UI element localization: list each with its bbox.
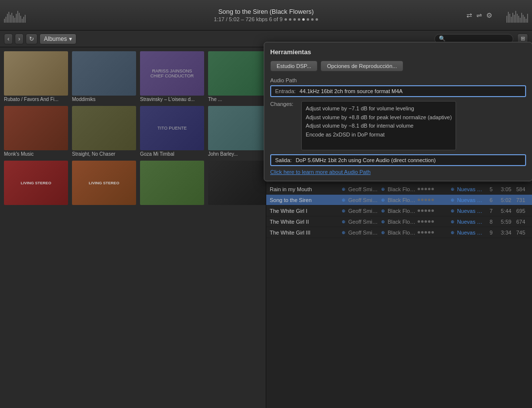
track-album-icon[interactable]: ⊕ <box>381 208 385 213</box>
album-thumb-2: RARISS JAINSONSCHIEF CONDUCTOR <box>140 51 204 96</box>
rating-dot[interactable] <box>418 220 420 223</box>
album-item-2[interactable]: RARISS JAINSONSCHIEF CONDUCTOR Stravinsk… <box>140 51 204 102</box>
track-genre-icon[interactable]: ⊕ <box>451 198 455 203</box>
track-genre-icon[interactable]: ⊕ <box>451 230 455 235</box>
rating-dot[interactable] <box>425 220 427 223</box>
album-item-3[interactable]: The ... <box>208 51 266 102</box>
album-thumb-8: LIVING STEREO <box>4 161 68 205</box>
rating-dot[interactable] <box>428 199 430 201</box>
top-bar: Song to the Siren (Black Flowers) 1:17 /… <box>0 0 532 31</box>
album-row-3: LIVING STEREO LIVING STEREO <box>4 161 262 206</box>
track-cell: Black Flowers <box>386 186 418 192</box>
rating-dot[interactable] <box>418 188 420 190</box>
rating-dot[interactable] <box>428 188 430 190</box>
track-album-icon[interactable]: ⊕ <box>381 219 385 224</box>
track-cell: 8 <box>488 219 499 225</box>
album-item-0[interactable]: Rubato / Favors And Fi... <box>4 51 68 102</box>
track-cell: Nuevas músicas <box>456 230 488 236</box>
album-label-0: Rubato / Favors And Fi... <box>4 97 68 102</box>
rating-dot[interactable] <box>421 231 424 234</box>
track-row-5[interactable]: Song to the Siren⊕Geoff Smith ...⊕Black … <box>266 195 532 205</box>
track-album-icon[interactable]: ⊕ <box>381 230 385 235</box>
track-cell: The White Girl III <box>268 230 341 236</box>
back-button[interactable]: ‹ <box>4 34 13 44</box>
rating-dot[interactable] <box>425 199 427 201</box>
equalizer-icon[interactable]: ⚙ <box>486 11 493 19</box>
track-cell: 7 <box>488 208 499 214</box>
change-item: Adjust volume by −8.1 dB for internal vo… <box>306 122 452 131</box>
album-thumb-1 <box>72 51 136 96</box>
rating-dot[interactable] <box>428 209 430 212</box>
album-item-5[interactable]: Straight, No Chaser <box>72 106 136 157</box>
rating-dot[interactable] <box>425 231 427 234</box>
album-item-11[interactable] <box>208 161 266 206</box>
changes-row: Changes: Adjust volume by −7.1 dB for vo… <box>270 101 526 154</box>
track-genre-icon[interactable]: ⊕ <box>451 187 455 192</box>
rating-dot[interactable] <box>431 231 434 234</box>
rating-dot[interactable] <box>418 209 420 212</box>
album-label-4: Monk's Music <box>4 151 68 157</box>
refresh-button[interactable]: ↻ <box>26 34 37 44</box>
album-item-4[interactable]: Monk's Music <box>4 106 68 157</box>
album-item-1[interactable]: Moddimiks <box>72 51 136 102</box>
track-add-icon[interactable]: ⊕ <box>342 219 346 224</box>
dot-4 <box>298 18 300 21</box>
track-add-icon[interactable]: ⊕ <box>342 198 346 203</box>
track-row-4[interactable]: Rain in my Mouth⊕Geoff Smith ...⊕Black F… <box>266 184 532 195</box>
album-item-8[interactable]: LIVING STEREO <box>4 161 68 206</box>
album-thumb-5 <box>72 106 136 150</box>
track-album-icon[interactable]: ⊕ <box>381 187 385 192</box>
rating-dot[interactable] <box>418 199 420 201</box>
track-cell: Nuevas músicas <box>456 219 488 225</box>
rating-dot[interactable] <box>421 209 424 212</box>
rating-dot[interactable] <box>431 220 434 223</box>
rating-dot[interactable] <box>431 209 434 212</box>
album-thumb-3 <box>208 51 266 96</box>
album-item-10[interactable] <box>140 161 204 206</box>
rating-dot[interactable] <box>425 209 427 212</box>
albums-button[interactable]: Albumes ▾ <box>39 34 76 44</box>
rating-dot[interactable] <box>431 199 434 201</box>
rating-dot[interactable] <box>428 231 430 234</box>
panel-title: Herramientas <box>270 48 526 56</box>
track-cell: Rain in my Mouth <box>268 186 341 192</box>
track-cell: 5 <box>488 186 499 192</box>
track-genre-icon[interactable]: ⊕ <box>451 208 455 213</box>
track-cell: 695 <box>515 208 530 214</box>
album-item-6[interactable]: TITO PUENTE Goza Mi Timbal <box>140 106 204 157</box>
track-cell: 584 <box>515 186 530 192</box>
rating-dot[interactable] <box>428 220 430 223</box>
album-thumb-9: LIVING STEREO <box>72 161 136 205</box>
track-cell: The White Girl I <box>268 208 341 214</box>
learn-more-link[interactable]: Click here to learn more about Audio Pat… <box>270 169 526 175</box>
shuffle-icon[interactable]: ⇌ <box>476 11 482 19</box>
rating-dot[interactable] <box>421 188 424 190</box>
now-playing-title: Song to the Siren (Black Flowers) <box>218 8 314 15</box>
track-row-8[interactable]: The White Girl III⊕Geoff Smith ...⊕Black… <box>266 227 532 238</box>
rating-dot[interactable] <box>431 188 434 190</box>
salida-row: Salida: DoP 5.6MHz 1bit 2ch using Core A… <box>270 154 526 166</box>
track-add-icon[interactable]: ⊕ <box>342 187 346 192</box>
entrada-label: Entrada: <box>275 88 296 94</box>
track-cell: 5:59 <box>499 219 515 225</box>
track-genre-icon[interactable]: ⊕ <box>451 219 455 224</box>
track-add-icon[interactable]: ⊕ <box>342 230 346 235</box>
playback-options-button[interactable]: Opciones de Reproducción... <box>320 61 403 71</box>
album-label-1: Moddimiks <box>72 97 136 102</box>
track-cell: Geoff Smith ... <box>347 186 380 192</box>
track-album-icon[interactable]: ⊕ <box>381 198 385 203</box>
rating-dot[interactable] <box>418 231 420 234</box>
dsp-studio-button[interactable]: Estudio DSP... <box>270 61 318 71</box>
repeat-icon[interactable]: ⇄ <box>466 11 472 19</box>
track-cell: Song to the Siren <box>268 197 341 203</box>
rating-dot[interactable] <box>421 220 424 223</box>
album-item-9[interactable]: LIVING STEREO <box>72 161 136 206</box>
album-item-7[interactable]: John Barley... <box>208 106 266 157</box>
track-row-6[interactable]: The White Girl I⊕Geoff Smith ...⊕Black F… <box>266 205 532 216</box>
track-row-7[interactable]: The White Girl II⊕Geoff Smith ...⊕Black … <box>266 216 532 227</box>
track-cell: 674 <box>515 219 530 225</box>
track-add-icon[interactable]: ⊕ <box>342 208 346 213</box>
rating-dot[interactable] <box>421 199 424 201</box>
rating-dot[interactable] <box>425 188 427 190</box>
forward-button[interactable]: › <box>15 34 24 44</box>
